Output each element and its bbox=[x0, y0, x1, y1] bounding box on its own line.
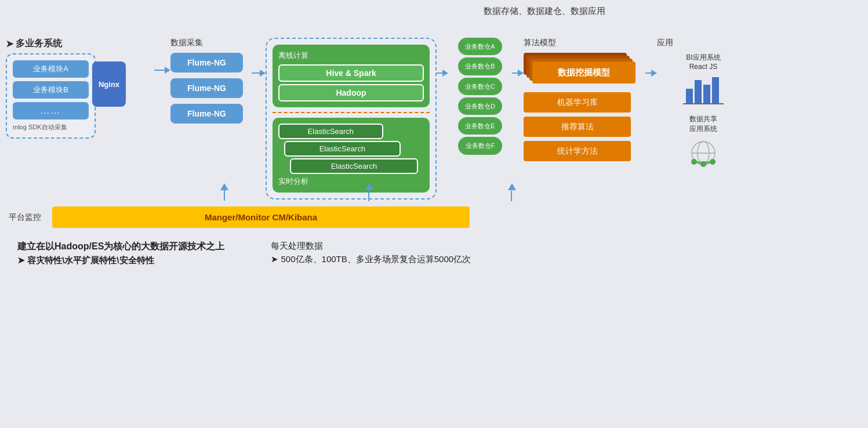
svg-rect-3 bbox=[712, 77, 719, 103]
multi-biz-title: ➤ 多业务系统 bbox=[6, 38, 62, 50]
flume-col: Flume-NG Flume-NG Flume-NG bbox=[170, 53, 243, 124]
biz-module-dots: …… bbox=[13, 102, 89, 119]
flume-box-3: Flume-NG bbox=[170, 104, 243, 124]
flume-box-1: Flume-NG bbox=[170, 53, 243, 72]
app-bi: BI应用系统React JS bbox=[657, 53, 750, 106]
section-center: 离线计算 Hive & Spark Hadoop ElasticSearch E… bbox=[266, 38, 437, 200]
es-box-2: ElasticSearch bbox=[290, 158, 418, 174]
up-arrow-monitor3-line bbox=[511, 191, 512, 201]
algo-stack: 数据挖掘模型 机器学习库 推荐算法 统计学方法 bbox=[524, 53, 637, 166]
monitor-label: 平台监控 bbox=[9, 212, 52, 223]
section-algo: 算法模型 数据挖掘模型 机器学习库 推荐算法 统计学方法 bbox=[524, 38, 645, 166]
arrow-right-icon: ➤ bbox=[6, 38, 13, 49]
flume-box-2: Flume-NG bbox=[170, 78, 243, 98]
cylinder-c: 业务数仓C bbox=[458, 78, 502, 95]
svg-rect-1 bbox=[695, 80, 702, 103]
cylinder-e: 业务数仓E bbox=[458, 117, 502, 135]
biz-module-a: 业务模块A bbox=[13, 60, 89, 78]
arrow-cylinders-algo bbox=[512, 70, 524, 77]
offline-item-0: Hive & Spark bbox=[278, 64, 424, 82]
cylinders-col: 业务数仓A 业务数仓B 业务数仓C 业务数仓D 业务数仓E 业务数仓F bbox=[458, 38, 502, 155]
algo-card-3: 统计学方法 bbox=[524, 141, 631, 161]
section-app: 应用 BI应用系统React JS 数据共享应用系统 bbox=[657, 38, 750, 169]
network-icon bbox=[685, 137, 722, 169]
svg-rect-0 bbox=[686, 89, 693, 103]
up-arrow-monitor2-line bbox=[368, 191, 369, 201]
main-container: 数据存储、数据建仓、数据应用 ➤ 多业务系统 业务模块A 业务模块B …… ml… bbox=[0, 0, 868, 428]
cylinder-a: 业务数仓A bbox=[458, 38, 502, 55]
cylinder-f: 业务数仓F bbox=[458, 137, 502, 154]
section-collection: 数据采集 Flume-NG Flume-NG Flume-NG bbox=[170, 38, 252, 124]
section-cylinders: 业务数仓A 业务数仓B 业务数仓C 业务数仓D 业务数仓E 业务数仓F bbox=[448, 38, 512, 155]
offline-label: 离线计算 bbox=[278, 50, 424, 61]
nginx-box: Nginx bbox=[92, 61, 126, 107]
bottom-right-line: ➤ 500亿条、100TB、多业务场景复合运算5000亿次 bbox=[271, 254, 471, 265]
bottom-line2: ➤ 容灾特性\水平扩展特性\安全特性 bbox=[17, 255, 224, 266]
bottom-line1: 建立在以Hadoop/ES为核心的大数据开源技术之上 bbox=[17, 241, 224, 253]
up-arrow-monitor2 bbox=[365, 183, 373, 190]
arrow-flume-center bbox=[252, 70, 266, 77]
svg-rect-4 bbox=[683, 103, 724, 104]
realtime-section: ElasticSearch ElasticSearch ElasticSearc… bbox=[273, 118, 430, 193]
algo-card-2: 推荐算法 bbox=[524, 117, 631, 137]
bottom-section: 建立在以Hadoop/ES为核心的大数据开源技术之上 ➤ 容灾特性\水平扩展特性… bbox=[6, 241, 862, 266]
algo-card-1: 机器学习库 bbox=[524, 92, 631, 113]
arrow-algo-app bbox=[645, 70, 657, 77]
realtime-label: 实时分析 bbox=[278, 176, 424, 187]
main-row: ➤ 多业务系统 业务模块A 业务模块B …… mlog SDK自动采集 Ngin… bbox=[6, 38, 862, 200]
offline-section: 离线计算 Hive & Spark Hadoop bbox=[273, 45, 430, 107]
biz-container: 业务模块A 业务模块B …… mlog SDK自动采集 Nginx bbox=[6, 53, 96, 139]
arrow-nginx-flume bbox=[154, 67, 170, 74]
up-arrow-monitor3 bbox=[508, 183, 516, 190]
es-box-0: ElasticSearch bbox=[278, 124, 383, 139]
monitor-row: 平台监控 Manger/Monitor CM/Kibana bbox=[6, 206, 862, 228]
biz-footer: mlog SDK自动采集 bbox=[13, 123, 89, 132]
app-label: 应用 bbox=[657, 38, 750, 48]
app-share: 数据共享应用系统 bbox=[657, 114, 750, 169]
bottom-left: 建立在以Hadoop/ES为核心的大数据开源技术之上 ➤ 容灾特性\水平扩展特性… bbox=[17, 241, 224, 266]
biz-dashed-box: 业务模块A 业务模块B …… mlog SDK自动采集 bbox=[6, 53, 96, 139]
up-arrow-monitor bbox=[220, 183, 228, 201]
svg-rect-2 bbox=[703, 85, 710, 103]
algo-card-0: 数据挖掘模型 bbox=[532, 61, 635, 84]
algo-label: 算法模型 bbox=[524, 38, 645, 48]
bottom-right: 每天处理数据 ➤ 500亿条、100TB、多业务场景复合运算5000亿次 bbox=[271, 241, 471, 266]
bar-chart-icon bbox=[683, 74, 724, 106]
app-share-label: 数据共享应用系统 bbox=[689, 114, 717, 134]
es-box-1: ElasticSearch bbox=[284, 141, 401, 157]
section-multi-biz: ➤ 多业务系统 业务模块A 业务模块B …… mlog SDK自动采集 Ngin… bbox=[6, 38, 122, 139]
app-bi-label: BI应用系统React JS bbox=[686, 53, 720, 71]
top-label: 数据存储、数据建仓、数据应用 bbox=[226, 6, 862, 17]
offline-item-1: Hadoop bbox=[278, 84, 424, 101]
cylinder-b: 业务数仓B bbox=[458, 57, 502, 75]
collection-label: 数据采集 bbox=[170, 38, 203, 48]
center-divider bbox=[273, 112, 430, 113]
arrow-center-cylinders bbox=[437, 70, 448, 77]
biz-module-b: 业务模块B bbox=[13, 81, 89, 99]
bottom-right-label: 每天处理数据 bbox=[271, 241, 471, 252]
cylinder-d: 业务数仓D bbox=[458, 97, 502, 115]
monitor-bar: Manger/Monitor CM/Kibana bbox=[52, 206, 470, 228]
